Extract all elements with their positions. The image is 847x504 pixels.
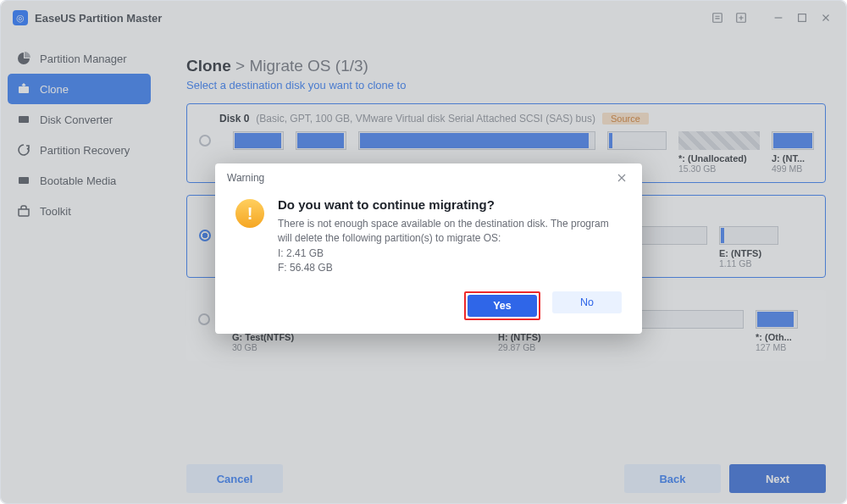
yes-button[interactable]: Yes — [468, 295, 537, 317]
dialog-header: Warning — [215, 163, 642, 192]
dialog-title: Do you want to continue migrating? — [278, 197, 622, 212]
dialog-close-icon[interactable] — [613, 169, 630, 186]
dialog-caption: Warning — [227, 172, 264, 184]
yes-highlight: Yes — [464, 291, 540, 320]
no-button[interactable]: No — [552, 291, 622, 313]
warning-icon: ! — [235, 199, 264, 228]
app-window: EaseUS Partition Master Partition Manage… — [0, 0, 847, 504]
dialog-text: There is not enough space available on t… — [278, 217, 622, 276]
dialog-content: Do you want to continue migrating? There… — [278, 197, 622, 276]
warning-dialog: Warning ! Do you want to continue migrat… — [215, 163, 642, 334]
